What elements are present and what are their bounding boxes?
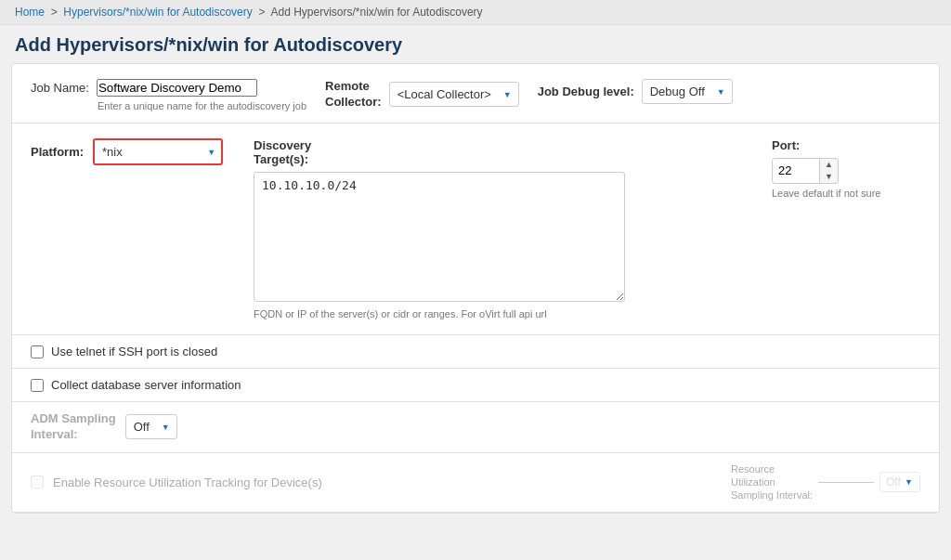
platform-section: Platform: *nix win ESX oVirt Nutanix Dis… xyxy=(12,124,939,335)
remote-collector-wrapper: <Local Collector> xyxy=(389,82,519,107)
enable-resource-checkbox xyxy=(31,475,44,488)
platform-field: Platform: *nix win ESX oVirt Nutanix xyxy=(31,138,235,165)
adm-label: ADM Sampling Interval: xyxy=(31,411,116,443)
debug-label: Job Debug level: xyxy=(538,85,634,98)
port-input-wrapper: ▲ ▼ xyxy=(772,158,839,184)
discovery-targets-textarea[interactable]: 10.10.10.0/24 xyxy=(254,172,625,302)
resource-right: Resource Utilization Sampling Interval: … xyxy=(731,462,920,502)
discovery-targets-section: Discovery Target(s): 10.10.10.0/24 FQDN … xyxy=(254,138,753,319)
port-decrement-button[interactable]: ▼ xyxy=(820,171,838,183)
port-increment-button[interactable]: ▲ xyxy=(820,159,838,171)
collect-db-checkbox[interactable] xyxy=(31,379,44,392)
collect-db-section: Collect database server information xyxy=(12,369,939,402)
platform-select[interactable]: *nix win ESX oVirt Nutanix xyxy=(93,138,223,165)
debug-field: Job Debug level: Debug Off Debug On xyxy=(538,79,733,104)
breadcrumb-hypervisors[interactable]: Hypervisors/*nix/win for Autodiscovery xyxy=(63,6,252,19)
use-telnet-section: Use telnet if SSH port is closed xyxy=(12,335,939,369)
job-name-hint: Enter a unique name for the autodiscover… xyxy=(98,100,306,111)
resource-section: Enable Resource Utilization Tracking for… xyxy=(12,453,939,513)
resource-utilization-label: Resource Utilization Sampling Interval: xyxy=(731,462,813,502)
remote-collector-label: Remote Collector: xyxy=(325,79,382,111)
page-wrapper: Home > Hypervisors/*nix/win for Autodisc… xyxy=(0,0,951,560)
resource-line-divider xyxy=(818,482,874,483)
debug-select-wrapper: Debug Off Debug On xyxy=(642,79,733,104)
port-section: Port: ▲ ▼ Leave default if not sure xyxy=(772,138,920,199)
main-form-card: Job Name: Enter a unique name for the au… xyxy=(11,63,940,514)
adm-select-wrapper: Off On xyxy=(125,414,177,439)
remote-collector-select[interactable]: <Local Collector> xyxy=(389,82,519,107)
breadcrumb: Home > Hypervisors/*nix/win for Autodisc… xyxy=(0,0,951,25)
port-label: Port: xyxy=(772,138,800,152)
use-telnet-label[interactable]: Use telnet if SSH port is closed xyxy=(51,345,217,358)
top-form-section: Job Name: Enter a unique name for the au… xyxy=(12,64,939,124)
job-name-group: Job Name: Enter a unique name for the au… xyxy=(31,79,306,111)
platform-label: Platform: xyxy=(31,145,84,159)
resource-select: Off xyxy=(879,472,920,492)
page-title: Add Hypervisors/*nix/win for Autodiscove… xyxy=(0,25,951,63)
discovery-hint: FQDN or IP of the server(s) or cidr or r… xyxy=(254,308,753,319)
port-hint: Leave default if not sure xyxy=(772,188,880,199)
remote-collector-field: Remote Collector: <Local Collector> xyxy=(325,79,519,111)
job-name-input[interactable] xyxy=(97,79,257,97)
use-telnet-checkbox[interactable] xyxy=(31,345,44,358)
job-name-label: Job Name: xyxy=(31,81,89,95)
port-spinners: ▲ ▼ xyxy=(819,159,838,183)
collect-db-label[interactable]: Collect database server information xyxy=(51,378,241,392)
breadcrumb-current: Add Hypervisors/*nix/win for Autodiscove… xyxy=(270,6,482,19)
adm-select[interactable]: Off On xyxy=(125,414,177,439)
breadcrumb-home[interactable]: Home xyxy=(15,6,45,19)
enable-resource-label: Enable Resource Utilization Tracking for… xyxy=(53,475,322,489)
port-input[interactable] xyxy=(773,160,819,181)
resource-select-wrapper: Off xyxy=(879,472,920,492)
discovery-targets-label: Discovery Target(s): xyxy=(254,138,753,166)
platform-select-wrapper: *nix win ESX oVirt Nutanix xyxy=(93,138,223,165)
debug-select[interactable]: Debug Off Debug On xyxy=(642,79,733,104)
adm-section: ADM Sampling Interval: Off On xyxy=(12,402,939,453)
